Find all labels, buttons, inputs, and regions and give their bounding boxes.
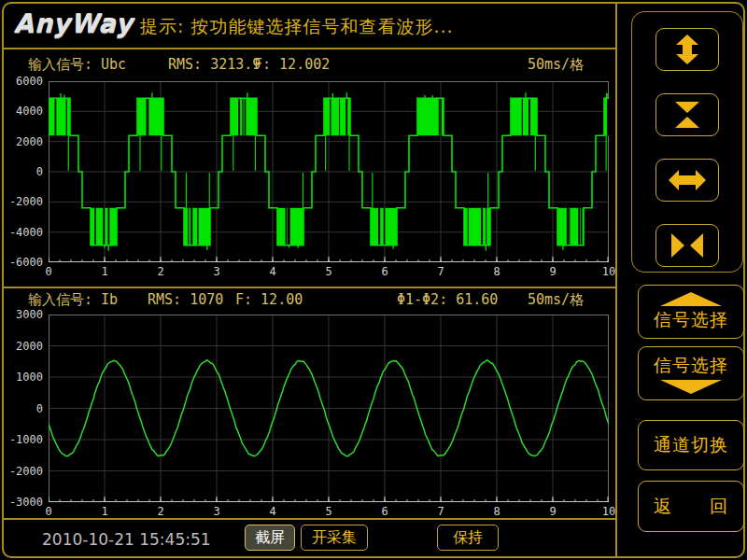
x-tick-label: 1 xyxy=(93,265,116,278)
x-tick-label: 8 xyxy=(486,265,508,278)
y-tick-label: 0 xyxy=(4,402,43,415)
x-tick-label: 9 xyxy=(542,265,564,278)
anyway-logo: AnyWay xyxy=(14,9,134,38)
screenshot-button[interactable]: 截屏 xyxy=(245,525,295,551)
x-tick-label: 0 xyxy=(37,505,60,518)
voltage-waveform-plot xyxy=(49,81,609,262)
y-tick-label: 6000 xyxy=(4,75,43,88)
y-tick-label: 4000 xyxy=(4,105,43,118)
header-divider xyxy=(4,48,615,49)
signal-select-down-button[interactable]: 信号选择 xyxy=(638,346,744,400)
signal-select-down-label: 信号选择 xyxy=(654,354,728,378)
return-label-right: 回 xyxy=(710,495,728,519)
hold-button[interactable]: 保持 xyxy=(437,525,499,551)
vertical-compress-button[interactable] xyxy=(655,93,719,136)
hold-label: 保持 xyxy=(453,528,483,548)
header-tip-text: 提示: 按功能键选择信号和查看波形... xyxy=(140,15,454,39)
current-rms-value: RMS: 1070 xyxy=(148,291,223,308)
y-tick-label: 3000 xyxy=(4,308,43,321)
footer-divider xyxy=(4,518,615,520)
x-tick-label: 10 xyxy=(598,265,620,278)
current-freq-value: F: 12.00 xyxy=(235,291,303,308)
y-tick-label: 2000 xyxy=(4,135,43,148)
expand-vertical-icon xyxy=(669,35,706,64)
voltage-signal-label: 输入信号: Ubc xyxy=(28,56,126,74)
x-tick-label: 5 xyxy=(317,505,340,518)
horizontal-compress-button[interactable] xyxy=(655,224,719,267)
channel-switch-button[interactable]: 通道切换 xyxy=(638,420,744,470)
start-acquisition-button[interactable]: 开采集 xyxy=(301,525,368,551)
y-tick-label: 2000 xyxy=(4,340,43,353)
current-timebase: 50ms/格 xyxy=(528,291,584,309)
horizontal-expand-button[interactable] xyxy=(655,159,719,202)
phase-diff-value: Φ1-Φ2: 61.60 xyxy=(397,291,498,308)
current-signal-label: 输入信号: Ib xyxy=(28,291,118,309)
channel-switch-label: 通道切换 xyxy=(654,433,728,457)
y-tick-label: -2000 xyxy=(4,465,43,478)
x-tick-label: 4 xyxy=(261,265,284,278)
x-tick-label: 10 xyxy=(598,505,620,518)
triangle-up-icon xyxy=(660,292,722,306)
screenshot-label: 截屏 xyxy=(255,528,285,548)
y-tick-label: -4000 xyxy=(4,226,43,239)
x-tick-label: 7 xyxy=(430,265,452,278)
expand-horizontal-icon xyxy=(669,165,706,195)
x-tick-label: 1 xyxy=(93,505,116,518)
vertical-expand-button[interactable] xyxy=(655,28,719,71)
voltage-rms-value: RMS: 3213.9 xyxy=(168,56,261,73)
chart-divider xyxy=(4,287,615,288)
voltage-timebase: 50ms/格 xyxy=(528,56,584,74)
x-tick-label: 0 xyxy=(37,265,60,278)
signal-select-up-label: 信号选择 xyxy=(654,308,728,332)
x-tick-label: 2 xyxy=(149,265,172,278)
return-button[interactable]: 返 回 xyxy=(638,481,744,532)
x-tick-label: 3 xyxy=(205,505,228,518)
x-tick-label: 9 xyxy=(542,505,564,518)
x-tick-label: 3 xyxy=(205,265,228,278)
x-tick-label: 4 xyxy=(261,505,284,518)
x-tick-label: 7 xyxy=(430,505,452,518)
triangle-down-icon xyxy=(660,380,722,394)
device-screen: AnyWay 提示: 按功能键选择信号和查看波形... 输入信号: Ubc RM… xyxy=(0,0,747,560)
return-label-left: 返 xyxy=(654,495,672,519)
signal-select-up-button[interactable]: 信号选择 xyxy=(638,285,744,339)
y-tick-label: 1000 xyxy=(4,371,43,384)
start-acquisition-label: 开采集 xyxy=(312,528,357,548)
x-tick-label: 5 xyxy=(317,265,340,278)
compress-vertical-icon xyxy=(669,100,706,130)
y-tick-label: -1000 xyxy=(4,433,43,446)
voltage-freq-value: F: 12.002 xyxy=(254,56,330,73)
timestamp: 2010-10-21 15:45:51 xyxy=(42,530,211,549)
x-tick-label: 6 xyxy=(374,265,396,278)
y-tick-label: -2000 xyxy=(4,195,43,208)
x-tick-label: 8 xyxy=(486,505,508,518)
current-waveform-plot xyxy=(49,315,609,502)
y-tick-label: 0 xyxy=(4,165,43,178)
x-tick-label: 2 xyxy=(149,505,172,518)
x-tick-label: 6 xyxy=(374,505,396,518)
main-sidebar-divider xyxy=(615,4,617,556)
compress-horizontal-icon xyxy=(669,231,706,260)
